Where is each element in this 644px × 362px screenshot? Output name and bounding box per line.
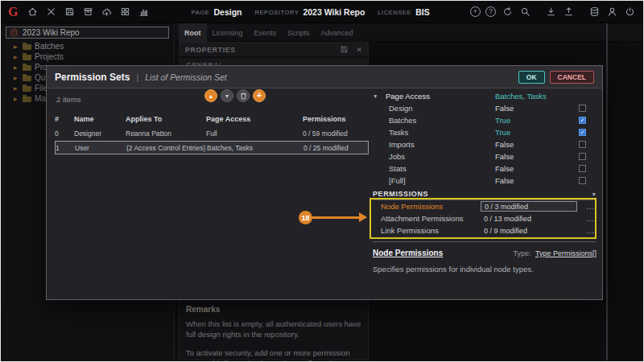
property-row-imports[interactable]: Imports False	[373, 138, 597, 150]
checkbox-imports[interactable]	[579, 141, 586, 148]
more-button[interactable]: ...	[584, 215, 597, 223]
detail-type: Type: Type Permissions[]	[514, 249, 597, 257]
dialog-titlebar: Permission Sets | List of Permission Set…	[47, 66, 602, 88]
cell-access: Full	[206, 130, 303, 138]
cell-permissions: 0 / 25 modified	[303, 144, 368, 152]
permission-value: 0 / 9 modified	[481, 225, 577, 236]
cell-applies: (2 Access Control Entries)	[126, 144, 207, 152]
page-label: PAGE	[192, 9, 210, 16]
add-circle-icon[interactable]: +	[470, 6, 481, 17]
dialog-actions: OK CANCEL	[518, 71, 594, 84]
collapse-icon[interactable]: ▼	[373, 93, 386, 99]
type-label: Type:	[514, 249, 531, 257]
tools-icon[interactable]	[44, 6, 57, 19]
property-value: False	[495, 140, 579, 149]
add-button[interactable]: +	[253, 89, 266, 102]
cell-access: Batches, Tasks	[207, 144, 303, 152]
save-icon[interactable]	[63, 6, 76, 19]
topbar-left-icons	[26, 6, 150, 19]
table-row[interactable]: 0 Designer Reanna Patton Full 0 / 59 mod…	[55, 126, 369, 140]
checkbox-tasks[interactable]	[579, 129, 586, 136]
checkbox-jobs[interactable]	[579, 153, 586, 160]
page-value: Design	[213, 7, 242, 17]
arrow-down-icon: ▼	[225, 93, 230, 99]
cell-name: User	[75, 144, 126, 152]
property-label: Design	[386, 104, 495, 113]
property-row-design[interactable]: Design False	[373, 102, 597, 114]
property-label: Jobs	[386, 152, 495, 161]
arrow-up-icon: ▲	[208, 93, 214, 99]
chart-icon[interactable]	[137, 6, 150, 19]
permission-row-link[interactable]: Link Permissions 0 / 9 modified ...	[373, 224, 597, 237]
permission-row-node[interactable]: Node Permissions 0 / 3 modified ...	[373, 200, 597, 212]
topbar: G PAGE Design REPOSITORY 2023 Wiki Repo …	[1, 1, 643, 23]
type-link[interactable]: Type Permissions[]	[535, 249, 597, 257]
cell-num: 1	[56, 144, 75, 152]
more-button[interactable]: ...	[584, 227, 597, 235]
more-button[interactable]: ...	[584, 203, 597, 211]
chevron-down-icon[interactable]: ▼	[592, 191, 597, 197]
permissions-header-label: PERMISSIONS	[373, 190, 428, 198]
trash-icon	[239, 92, 248, 101]
col-header-name: Name	[74, 115, 126, 123]
checkbox-full[interactable]	[579, 177, 586, 184]
property-row-batches[interactable]: Batches True	[373, 114, 597, 126]
move-up-button[interactable]: ▲	[204, 89, 217, 102]
topbar-context: PAGE Design REPOSITORY 2023 Wiki Repo LI…	[192, 1, 443, 23]
permission-sets-dialog: Permission Sets | List of Permission Set…	[46, 65, 603, 300]
group-row-page-access[interactable]: ▼ Page Access Batches, Tasks	[373, 90, 597, 102]
permissions-section-header[interactable]: PERMISSIONS ▼	[373, 188, 597, 200]
checkbox-batches[interactable]	[579, 117, 586, 124]
permission-sets-table: # Name Applies To Page Access Permission…	[55, 112, 369, 154]
property-label: Tasks	[386, 128, 495, 137]
user-icon[interactable]	[605, 6, 618, 19]
move-down-button[interactable]: ▼	[221, 89, 233, 102]
download-icon[interactable]	[544, 6, 557, 19]
property-label: [Full]	[386, 176, 495, 185]
help-circle-icon[interactable]: ?	[485, 6, 496, 17]
delete-button[interactable]	[237, 89, 250, 102]
property-label: Imports	[386, 140, 495, 149]
table-row-selected[interactable]: 1 User (2 Access Control Entries) Batche…	[55, 141, 369, 154]
property-value: True	[495, 116, 579, 125]
permission-row-attachment[interactable]: Attachment Permissions 0 / 13 modified .…	[373, 212, 597, 224]
licensee-value: BIS	[415, 7, 430, 17]
cloud-upload-icon[interactable]	[100, 6, 113, 19]
cancel-button[interactable]: CANCEL	[550, 71, 594, 84]
power-icon[interactable]	[623, 6, 636, 19]
app-window: G PAGE Design REPOSITORY 2023 Wiki Repo …	[0, 0, 644, 362]
property-row-full[interactable]: [Full] False	[373, 175, 597, 187]
group-value: Batches, Tasks	[495, 92, 579, 101]
items-count: 2 items	[56, 95, 81, 104]
checkbox-stats[interactable]	[579, 165, 586, 172]
permission-value: 0 / 13 modified	[481, 213, 577, 224]
help-glyph: ?	[489, 8, 493, 15]
property-value: False	[495, 104, 579, 113]
property-value: False	[495, 176, 579, 185]
property-value: False	[495, 152, 579, 161]
home-icon[interactable]	[26, 6, 39, 19]
permission-label: Link Permissions	[381, 226, 481, 235]
property-label: Stats	[386, 164, 495, 173]
database-icon[interactable]	[588, 6, 601, 19]
licensee-label: LICENSEE	[378, 9, 411, 16]
repository-label: REPOSITORY	[254, 9, 299, 16]
property-row-tasks[interactable]: Tasks True	[373, 126, 597, 138]
search-icon[interactable]	[518, 6, 531, 19]
archive-box-icon[interactable]	[81, 6, 94, 19]
grid-icon[interactable]	[118, 6, 131, 19]
property-row-jobs[interactable]: Jobs False	[373, 150, 597, 162]
cell-applies: Reanna Patton	[126, 130, 206, 138]
cell-permissions: 0 / 59 modified	[303, 130, 369, 138]
detail-divider	[373, 241, 597, 242]
property-grid: ▼ Page Access Batches, Tasks Design Fals…	[373, 90, 597, 274]
upload-icon[interactable]	[562, 6, 575, 19]
ok-button[interactable]: OK	[518, 71, 545, 84]
property-row-stats[interactable]: Stats False	[373, 162, 597, 175]
col-header-num: #	[55, 115, 74, 123]
refresh-icon[interactable]	[501, 6, 514, 19]
dialog-subtitle: List of Permission Set	[145, 72, 227, 82]
detail-header: Node Permissions Type: Type Permissions[…	[373, 249, 597, 257]
checkbox-design[interactable]	[579, 105, 586, 112]
permission-value: 0 / 3 modified	[481, 201, 577, 212]
